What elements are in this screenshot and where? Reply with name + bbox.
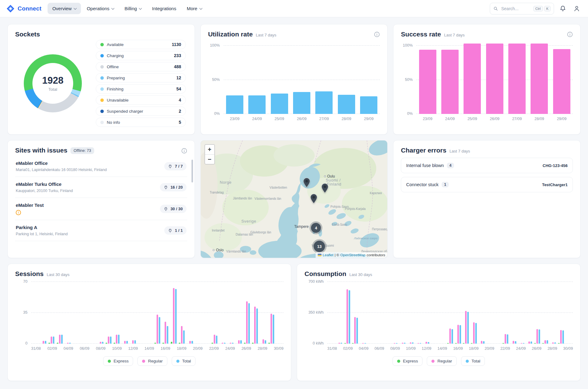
bar-group [510, 282, 518, 344]
map-marker[interactable] [303, 178, 310, 189]
legend-item-no-info[interactable]: No info5 [96, 118, 186, 127]
x-tick-label: 23/09 [416, 117, 439, 121]
x-tick-label: 06/09 [375, 346, 384, 351]
map-label-text: Trøndelag [210, 190, 224, 194]
bar [552, 342, 554, 344]
legend-pill-regular[interactable]: Regular [427, 356, 456, 366]
charger-error-row[interactable]: Connector stuck1TestCharger1 [401, 177, 573, 192]
zoom-in-button[interactable]: + [205, 145, 214, 154]
site-info: eMabler Turku OfficeKauppatori, 20100 Tu… [16, 182, 73, 193]
legend-color-dot [100, 98, 104, 102]
user-menu-button[interactable] [572, 3, 582, 14]
map-marker[interactable] [310, 194, 317, 205]
bar [536, 329, 538, 344]
legend-color-dot [100, 76, 104, 80]
bar [45, 341, 46, 344]
axis-tick-label: 0% [214, 111, 220, 116]
card-title: Consumption [304, 270, 346, 278]
legend-pill-express[interactable]: Express [103, 356, 133, 366]
legend-item-finishing[interactable]: Finishing54 [96, 84, 186, 94]
bar-group [121, 282, 129, 344]
legend-item-offline[interactable]: Offline488 [96, 62, 186, 71]
info-icon[interactable] [374, 31, 380, 37]
legend-value: 2 [179, 109, 181, 114]
search-input[interactable] [501, 6, 531, 11]
bar [531, 341, 532, 344]
bar [457, 325, 459, 344]
bar [346, 289, 348, 344]
leaflet-link[interactable]: Leaflet [323, 253, 334, 257]
bar [486, 44, 503, 114]
bar [562, 330, 564, 344]
bar [118, 335, 120, 344]
map-label-text: Innlandet [212, 228, 225, 232]
card-title: Success rate [401, 31, 441, 38]
connector-icon [168, 228, 172, 233]
info-icon[interactable] [181, 148, 187, 154]
map-cluster[interactable]: 13 [314, 241, 325, 252]
zoom-out-button[interactable]: − [205, 154, 214, 164]
legend-item-suspended-charger[interactable]: Suspended charger2 [96, 107, 186, 116]
bar-group [462, 282, 470, 344]
error-count-badge: 1 [442, 182, 449, 187]
brand-logo[interactable]: Connect [6, 4, 41, 13]
site-row[interactable]: eMabler Test!30 / 30 [15, 198, 187, 220]
bar [191, 341, 193, 344]
main-nav: OverviewOperationsBillingIntegrationsMor… [48, 3, 207, 14]
bar-group [383, 282, 391, 344]
legend-pill-express[interactable]: Express [393, 356, 423, 366]
nav-item-billing[interactable]: Billing [120, 3, 146, 14]
x-tick-label: 20/09 [485, 346, 494, 351]
map-card[interactable]: OuluSuomi /FinlandNorgeTrøndelagJämtland… [200, 140, 388, 258]
legend-label: Charging [107, 53, 124, 58]
legend-item-unavailable[interactable]: Unavailable4 [96, 95, 186, 105]
x-tick-label [384, 346, 390, 351]
x-tick-label: 18/09 [177, 346, 186, 351]
openstreetmap-link[interactable]: OpenStreetMap [340, 253, 365, 257]
bar-group [494, 282, 502, 344]
legend-pill-total[interactable]: Total [461, 356, 485, 366]
site-info: eMabler Test! [16, 203, 44, 215]
scrollbar-thumb[interactable] [191, 160, 193, 182]
nav-item-overview[interactable]: Overview [48, 3, 81, 14]
bar [262, 339, 264, 344]
legend-pill-regular[interactable]: Regular [137, 356, 167, 366]
map-cluster[interactable]: 4 [311, 223, 321, 233]
x-tick-label: 28/09 [548, 346, 557, 351]
legend-item-charging[interactable]: Charging233 [96, 51, 186, 60]
bar-group [446, 282, 454, 344]
nav-item-operations[interactable]: Operations [82, 3, 119, 14]
site-row[interactable]: eMabler OfficeMaria01, Lapinlahdenkatu 1… [15, 156, 187, 177]
site-row[interactable]: eMabler Turku OfficeKauppatori, 20100 Tu… [15, 177, 187, 198]
x-tick-label: 28/09 [335, 117, 358, 121]
bar-group [178, 282, 186, 344]
charger-error-row[interactable]: Internal fuse blown4CHG-123-456 [401, 158, 573, 173]
card-subtitle: Last 30 days [349, 272, 372, 277]
brand-name: Connect [18, 5, 41, 12]
map-marker[interactable] [321, 183, 329, 194]
bar [106, 343, 107, 344]
legend-item-available[interactable]: Available1130 [96, 40, 186, 49]
scrollbar[interactable] [191, 160, 193, 250]
bar [232, 343, 233, 344]
info-icon[interactable] [567, 31, 573, 37]
legend-value: 54 [176, 86, 181, 91]
search-icon [493, 6, 498, 11]
legend-pill-label: Express [403, 359, 418, 363]
nav-item-integrations[interactable]: Integrations [147, 3, 181, 14]
axis-tick-label: 0% [407, 111, 413, 116]
site-row[interactable]: Parking AParking lot 1, Helsinki, Finlan… [15, 220, 187, 241]
site-address: Maria01, Lapinlahdenkatu 16 00180 Helsin… [16, 168, 107, 172]
bar-group [359, 282, 367, 344]
map[interactable]: OuluSuomi /FinlandNorgeTrøndelagJämtland… [201, 140, 388, 258]
notifications-button[interactable] [558, 3, 568, 14]
sockets-total-value: 1928 [42, 75, 64, 86]
legend-item-preparing[interactable]: Preparing12 [96, 73, 186, 82]
legend-pill-total[interactable]: Total [172, 356, 196, 366]
bar [189, 341, 191, 344]
bar-group [375, 282, 383, 344]
search-box[interactable]: CtrlK [490, 3, 554, 15]
x-tick-label [526, 346, 532, 351]
bar-group [565, 282, 573, 344]
nav-item-more[interactable]: More [182, 3, 207, 14]
